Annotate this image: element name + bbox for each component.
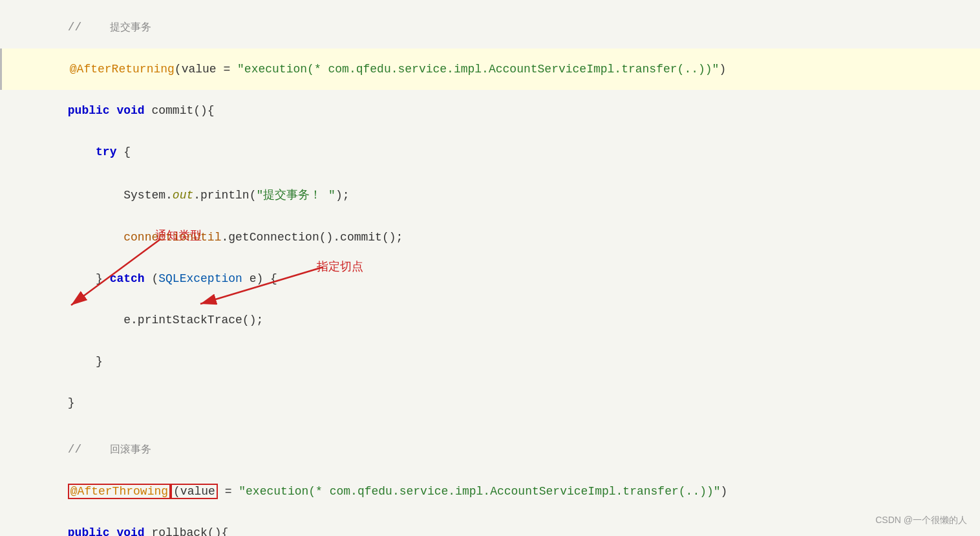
kw-void-3: void [116, 104, 144, 117]
kw-catch-7: catch [110, 272, 145, 285]
line-content-8: e.printStackTrace(); [19, 301, 980, 339]
after-throwing-annotation-boxed: @AfterThrowing [68, 484, 171, 499]
paren-open-2: (value = [175, 63, 237, 76]
code-container: // 提交事务 @AfterReturning(value = "executi… [0, 0, 980, 536]
line-content-1: // 提交事务 [19, 8, 980, 47]
string-5: "提交事务！ " [256, 189, 335, 202]
line-content-6: connectionUtil.getConnection().commit(); [19, 218, 980, 257]
line-content-7: } catch (SQLException e) { [19, 259, 980, 298]
spacer [0, 423, 980, 429]
value-boxed: (value [171, 484, 218, 499]
paren-close-2: ) [719, 63, 726, 76]
kw-void-rollback: void [116, 526, 144, 536]
code-line-4: try { [0, 131, 980, 173]
line-content-comment-rollback: // 回滚事务 [19, 430, 980, 469]
code-line-8: e.printStackTrace(); [0, 299, 980, 341]
connection-util-6: connectionUtil [123, 231, 221, 244]
code-line-7: } catch (SQLException e) { [0, 258, 980, 299]
line-content-after-throwing: @AfterThrowing(value = "execution(* com.… [19, 472, 980, 511]
code-line-3: public void commit(){ [0, 90, 980, 131]
code-line-comment-rollback: // 回滚事务 [0, 429, 980, 471]
kw-try-4: try [96, 145, 116, 158]
comment-slash-rollback: // [68, 443, 110, 456]
string-after-throwing: "execution(* com.qfedu.service.impl.Acco… [239, 485, 720, 498]
string-value-2: "execution(* com.qfedu.service.impl.Acco… [237, 63, 719, 76]
type-sqlexception-7: SQLException [158, 272, 242, 285]
csdn-watermark: CSDN @一个很懒的人 [875, 515, 967, 526]
code-line-6: connectionUtil.getConnection().commit(); [0, 217, 980, 258]
code-line-after-throwing: @AfterThrowing(value = "execution(* com.… [0, 471, 980, 512]
code-line-9: } [0, 341, 980, 382]
code-line-2: @AfterReturning(value = "execution(* com… [0, 48, 980, 90]
code-line-rollback-decl: public void rollback(){ [0, 512, 980, 536]
line-content-9: } [19, 342, 980, 381]
kw-public-3: public [68, 104, 110, 117]
line-content-5: System.out.println("提交事务！ "); [19, 174, 980, 215]
after-returning-annotation: @AfterReturning [70, 63, 175, 76]
line-content-rollback-decl: public void rollback(){ [19, 513, 980, 536]
line-content-3: public void commit(){ [19, 91, 980, 130]
code-line-5: System.out.println("提交事务！ "); [0, 173, 980, 217]
comment-text-1: // [68, 21, 110, 34]
method-out-5: out [173, 189, 193, 202]
chinese-comment-rollback: 回滚事务 [110, 444, 151, 455]
chinese-comment-1: 提交事务 [110, 21, 151, 32]
code-line-1: // 提交事务 [0, 6, 980, 48]
line-content-4: try { [19, 133, 980, 171]
code-line-10: } [0, 382, 980, 423]
line-content-2: @AfterReturning(value = "execution(* com… [21, 50, 980, 89]
kw-public-rollback: public [68, 526, 110, 536]
line-content-10: } [19, 383, 980, 422]
